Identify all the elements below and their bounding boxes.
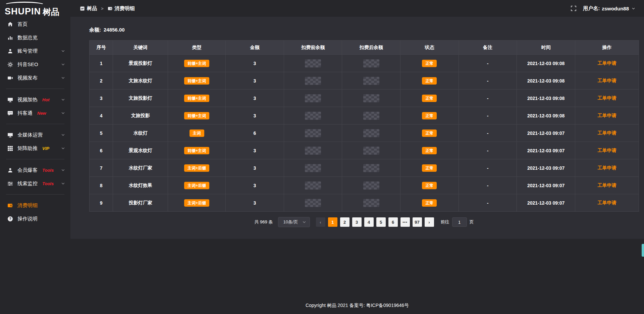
page-button[interactable]: 2 <box>340 217 350 227</box>
goto-page-input[interactable] <box>452 217 467 227</box>
cell-keyword: 投影灯厂家 <box>113 194 168 212</box>
cell-amount: 3 <box>226 194 284 212</box>
page-button[interactable]: 97 <box>413 217 422 227</box>
sidebar-item[interactable]: 首页 <box>0 17 70 31</box>
topbar-right: 用户名: zswodun88 <box>571 5 635 12</box>
sidebar-item[interactable]: 账号管理 <box>0 44 70 58</box>
cell-time: 2021-12-03 09:08 <box>517 55 575 72</box>
member-icon <box>7 167 13 173</box>
logo-arc-decoration <box>4 2 45 8</box>
sidebar-item-label: 账号管理 <box>17 48 38 54</box>
status-badge: 正常 <box>422 199 437 207</box>
video-icon <box>7 75 13 81</box>
brand-logo[interactable]: SHUPIN 树品 <box>0 0 70 17</box>
table-row: 9投影灯厂家主词+后缀3正常-2021-12-03 09:07工单申请 <box>90 194 639 212</box>
cell-action: 工单申请 <box>575 72 639 90</box>
cell-status: 正常 <box>400 124 459 142</box>
sidebar-item[interactable]: 全媒体运营 <box>0 128 70 142</box>
sidebar-item[interactable]: ?操作说明 <box>0 212 70 225</box>
fullscreen-icon[interactable] <box>571 6 576 11</box>
cell-balance-before <box>284 107 342 124</box>
sidebar-item-label: 会员爆客 <box>17 167 38 173</box>
breadcrumb-label: 消费明细 <box>115 5 135 12</box>
sidebar-item[interactable]: 线索监控Tools <box>0 177 70 190</box>
cell-balance-before <box>284 72 342 90</box>
balance-summary: 余额: 24856.00 <box>89 27 639 33</box>
cell-time: 2021-12-03 09:08 <box>517 107 575 124</box>
sidebar-item[interactable]: 数据总览 <box>0 31 70 44</box>
work-order-link[interactable]: 工单申请 <box>597 130 616 136</box>
cell-type: 主词+后缀 <box>168 177 226 194</box>
main-column: 树品>消费明细 用户名: zswodun88 余额: 24856.00 序号关键… <box>70 0 644 314</box>
cell-action: 工单申请 <box>575 159 639 177</box>
sidebar: SHUPIN 树品 首页数据总览账号管理抖音SEO视频发布视频加热Hot抖客通N… <box>0 0 70 314</box>
column-header: 类型 <box>168 41 226 55</box>
sidebar-nav: 首页数据总览账号管理抖音SEO视频发布视频加热Hot抖客通New全媒体运营矩阵助… <box>0 17 70 225</box>
type-badge: 前缀+主词 <box>184 95 209 102</box>
work-order-link[interactable]: 工单申请 <box>597 95 616 101</box>
sidebar-item-label: 数据总览 <box>17 35 38 41</box>
page-button[interactable]: 1 <box>328 217 337 227</box>
total-count: 共 969 条 <box>255 219 273 225</box>
breadcrumb-item[interactable]: 消费明细 <box>108 5 135 12</box>
sidebar-item[interactable]: 矩阵助推VIP <box>0 142 70 155</box>
column-header: 序号 <box>90 41 113 55</box>
cell-remark: - <box>459 159 517 177</box>
home-icon <box>7 21 13 27</box>
side-float-tab[interactable] <box>642 244 644 257</box>
cell-remark: - <box>459 107 517 124</box>
breadcrumb-item[interactable]: 树品 <box>80 5 97 12</box>
sidebar-item[interactable]: 视频发布 <box>0 71 70 85</box>
status-badge: 正常 <box>422 129 437 137</box>
sidebar-item[interactable]: 消费明细 <box>0 199 70 212</box>
more-pages-button[interactable]: ••• <box>400 217 410 227</box>
table-row: 8水纹灯效果主词+后缀3正常-2021-12-03 09:07工单申请 <box>90 177 639 194</box>
cell-remark: - <box>459 194 517 212</box>
question-icon: ? <box>7 216 13 222</box>
page-button[interactable]: 4 <box>364 217 374 227</box>
sidebar-item-label: 抖客通 <box>17 110 33 116</box>
sidebar-item[interactable]: 视频加热Hot <box>0 93 70 106</box>
table-header-row: 序号关键词类型金额扣费前余额扣费后余额状态备注时间操作 <box>90 41 639 55</box>
page-button[interactable]: 6 <box>388 217 398 227</box>
column-header: 金额 <box>226 41 284 55</box>
next-page-button[interactable]: › <box>425 217 434 227</box>
work-order-link[interactable]: 工单申请 <box>597 165 616 170</box>
cell-action: 工单申请 <box>575 177 639 194</box>
cell-remark: - <box>459 55 517 72</box>
cell-status: 正常 <box>400 177 459 194</box>
prev-page-button[interactable]: ‹ <box>316 217 325 227</box>
cell-index: 6 <box>90 142 113 159</box>
cell-type: 主词 <box>168 124 226 142</box>
sidebar-item[interactable]: 抖客通New <box>0 106 70 120</box>
chevron-down-icon <box>632 7 635 10</box>
page-size-select[interactable]: 10条/页 <box>278 217 310 227</box>
work-order-link[interactable]: 工单申请 <box>597 60 616 66</box>
page-button[interactable]: 3 <box>352 217 362 227</box>
page-button[interactable]: 5 <box>376 217 386 227</box>
balance-value: 24856.00 <box>104 27 125 33</box>
cell-amount: 6 <box>226 124 284 142</box>
sidebar-divider <box>6 194 64 195</box>
status-badge: 正常 <box>422 147 437 154</box>
work-order-link[interactable]: 工单申请 <box>597 148 616 153</box>
user-menu[interactable]: 用户名: zswodun88 <box>583 5 635 12</box>
topbar: 树品>消费明细 用户名: zswodun88 <box>70 0 644 17</box>
table-row: 5水纹灯主词6正常-2021-12-03 09:07工单申请 <box>90 124 639 142</box>
table-row: 6景观水纹灯前缀+主词3正常-2021-12-03 09:07工单申请 <box>90 142 639 159</box>
cell-type: 前缀+主词 <box>168 55 226 72</box>
sidebar-item[interactable]: 抖音SEO <box>0 58 70 71</box>
cell-balance-after <box>342 124 400 142</box>
sidebar-item[interactable]: 会员爆客Tools <box>0 163 70 177</box>
app-icon <box>80 6 85 11</box>
work-order-link[interactable]: 工单申请 <box>597 182 616 188</box>
chevron-down-icon <box>302 220 306 224</box>
work-order-link[interactable]: 工单申请 <box>597 78 616 83</box>
cell-amount: 3 <box>226 55 284 72</box>
work-order-link[interactable]: 工单申请 <box>597 200 616 205</box>
cell-balance-after <box>342 107 400 124</box>
column-header: 备注 <box>459 41 517 55</box>
chevron-down-icon <box>61 49 65 53</box>
cell-remark: - <box>459 90 517 107</box>
work-order-link[interactable]: 工单申请 <box>597 113 616 118</box>
